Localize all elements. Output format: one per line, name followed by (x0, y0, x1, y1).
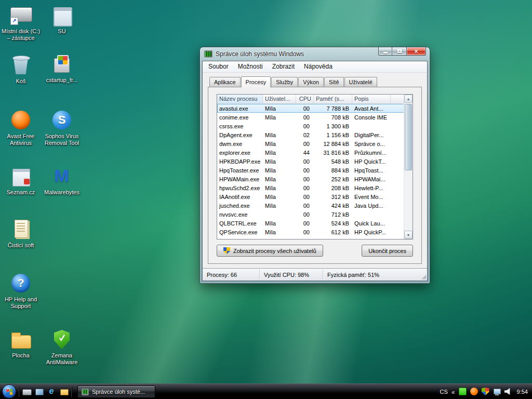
scroll-down-arrow-icon[interactable]: ▼ (404, 231, 413, 239)
desktop-icon[interactable]: Sophos Virus Removal Tool (42, 108, 82, 147)
resize-grip[interactable]: ◢ (422, 273, 426, 280)
tab[interactable]: Sítě (324, 77, 344, 87)
process-row[interactable]: nvvsvc.exe 00 712 kB (217, 210, 413, 219)
process-cpu: 00 (296, 229, 314, 235)
process-memory: 884 kB (314, 167, 352, 174)
desktop-icon[interactable]: Čisticí soft (1, 217, 41, 249)
desktop-icon[interactable]: HP Help and Support (1, 271, 41, 310)
desktop-icon[interactable]: Zemana AntiMalware (42, 327, 82, 366)
column-header[interactable]: CPU (296, 95, 314, 103)
process-row[interactable]: QPService.exe Míla 00 612 kB HP QuickP..… (217, 228, 413, 236)
process-row[interactable]: QLBCTRL.exe Míla 00 524 kB Quick Lau... (217, 219, 413, 228)
network-icon[interactable] (493, 388, 501, 395)
column-header[interactable]: Uživatel... (263, 95, 296, 103)
process-row[interactable]: conime.exe Míla 00 708 kB Console IME (217, 113, 413, 122)
status-cpu: Využití CPU: 98% (260, 269, 323, 281)
list-body: avastui.exe Míla 00 7 788 kB Avast Ant..… (217, 104, 413, 236)
vertical-scrollbar[interactable]: ▲ ▼ (404, 95, 413, 239)
process-memory: 524 kB (314, 220, 352, 227)
desktop-icon[interactable]: cstartup_fr... (42, 52, 82, 84)
process-row[interactable]: HPWAMain.exe Míla 00 252 kB HPWAMai... (217, 175, 413, 183)
quick-launch-icon[interactable] (47, 387, 56, 396)
desktop-icon-label: cstartup_fr... (42, 77, 82, 84)
desktop-icon-image (49, 52, 74, 76)
screen: Místní disk (C:) – zástupce SU Koš cstar… (0, 0, 532, 399)
start-button[interactable] (2, 384, 16, 398)
process-user: Míla (263, 185, 296, 191)
process-memory: 612 kB (314, 229, 352, 235)
end-process-button[interactable]: Ukončit proces (362, 245, 413, 257)
menu-item[interactable]: Nápověda (299, 61, 337, 72)
process-memory: 712 kB (314, 211, 352, 218)
column-header[interactable]: Název procesu (217, 95, 263, 103)
desktop-icon-image (8, 108, 33, 132)
process-memory: 208 kB (314, 185, 352, 191)
menu-item[interactable]: Soubor (204, 61, 233, 72)
desktop-icon[interactable]: Koš (1, 53, 41, 85)
process-description: Správce o... (352, 141, 391, 147)
desktop-icon[interactable]: Avast Free Antivirus (1, 108, 41, 147)
process-memory: 424 kB (314, 203, 352, 209)
process-name: avastui.exe (217, 105, 263, 112)
show-all-users-button[interactable]: Zobrazit procesy všech uživatelů (217, 245, 323, 257)
security-shield-icon[interactable] (482, 388, 489, 395)
process-memory: 708 kB (314, 114, 352, 121)
process-row[interactable]: IAAnotif.exe Míla 00 312 kB Event Mo... (217, 192, 413, 201)
avast-tray-icon[interactable] (470, 388, 478, 395)
process-row[interactable]: avastui.exe Míla 00 7 788 kB Avast Ant..… (217, 104, 413, 113)
clock[interactable]: 9:54 (516, 389, 528, 395)
menu-item[interactable]: Zobrazit (268, 61, 299, 72)
process-row[interactable]: dwm.exe Míla 00 12 884 kB Správce o... (217, 139, 413, 148)
scrollbar-thumb[interactable] (405, 104, 412, 170)
process-memory: 548 kB (314, 158, 352, 165)
quick-launch-icon[interactable] (59, 387, 69, 396)
desktop-icon[interactable]: Místní disk (C:) – zástupce (1, 3, 41, 42)
process-row[interactable]: jusched.exe Míla 00 424 kB Java Upd... (217, 201, 413, 210)
tab[interactable]: Služby (271, 77, 298, 87)
process-user: Míla (263, 194, 296, 200)
process-description: Avast Ant... (352, 105, 391, 112)
process-name: HpqToaster.exe (217, 167, 263, 174)
process-row[interactable]: csrss.exe 00 1 300 kB (217, 122, 413, 130)
column-header[interactable]: Paměť (s... (314, 95, 352, 103)
window-client-area: Soubor Možnosti Zobrazit Nápověda Aplika… (202, 61, 428, 281)
process-row[interactable]: DpAgent.exe Míla 02 1 156 kB DigitalPer.… (217, 130, 413, 139)
uac-shield-icon (223, 247, 230, 255)
tab[interactable]: Procesy (241, 76, 271, 87)
process-row[interactable]: explorer.exe Míla 44 31 816 kB Průzkumní… (217, 148, 413, 157)
tab[interactable]: Uživatelé (344, 77, 377, 87)
maximize-button[interactable] (392, 47, 406, 56)
desktop-icon-image (49, 164, 74, 188)
tray-status-icon[interactable] (459, 388, 467, 395)
process-description: Průzkumní... (352, 150, 391, 156)
desktop-icon[interactable]: Seznam.cz (1, 164, 41, 196)
titlebar[interactable]: Správce úloh systému Windows × (200, 47, 430, 61)
desktop-icon[interactable]: SU (42, 3, 82, 35)
scroll-up-arrow-icon[interactable]: ▲ (404, 95, 413, 103)
tab[interactable]: Výkon (298, 77, 324, 87)
taskbar-task-button[interactable]: Správce úloh systé... (77, 385, 155, 398)
status-bar: Procesy: 66 Využití CPU: 98% Fyzická pam… (203, 268, 427, 281)
volume-icon[interactable] (504, 388, 512, 395)
desktop-icon[interactable]: Malwarebytes (42, 164, 82, 196)
minimize-button[interactable] (378, 47, 392, 56)
quick-launch-icon[interactable] (22, 387, 31, 396)
process-name: nvvsvc.exe (217, 211, 263, 218)
process-row[interactable]: HPKBDAPP.exe Míla 00 548 kB HP QuickT... (217, 157, 413, 166)
close-button[interactable]: × (406, 47, 426, 56)
quick-launch-icon[interactable] (34, 387, 44, 396)
process-description: DigitalPer... (352, 132, 391, 138)
menu-item[interactable]: Možnosti (233, 61, 268, 72)
windows-flag-icon (6, 389, 13, 395)
process-row[interactable]: HpqToaster.exe Míla 00 884 kB HpqToast..… (217, 166, 413, 175)
process-name: explorer.exe (217, 150, 263, 156)
tab[interactable]: Aplikace (209, 77, 241, 87)
chevron-left-icon[interactable] (451, 387, 455, 396)
desktop-icon[interactable]: Plocha (1, 327, 41, 359)
process-row[interactable]: hpwuSchd2.exe Míla 00 208 kB Hewlett-P..… (217, 183, 413, 192)
status-memory: Fyzická paměť: 51% (323, 269, 427, 281)
column-header[interactable]: Popis (352, 95, 391, 103)
language-indicator[interactable]: CS (440, 389, 448, 395)
process-memory: 1 300 kB (314, 123, 352, 129)
desktop-icon-label: Čisticí soft (1, 242, 41, 249)
